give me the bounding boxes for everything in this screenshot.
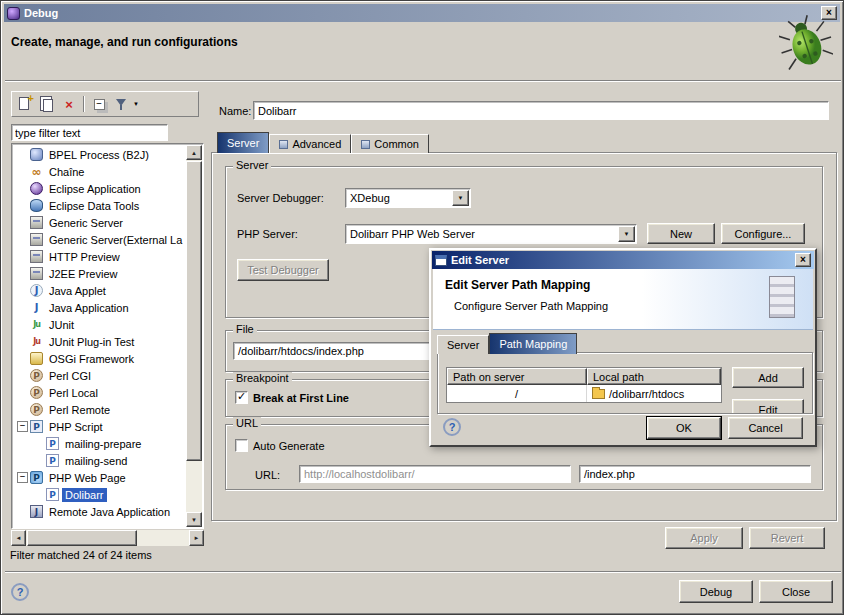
tree-item-label: Generic Server(External La: [46, 233, 185, 247]
tab-server-settings[interactable]: Server: [437, 335, 489, 354]
table-row[interactable]: / /dolibarr/htdocs: [447, 385, 721, 402]
add-mapping-button[interactable]: Add: [732, 367, 804, 388]
config-tabs: Server Advanced Common: [217, 132, 429, 153]
path-mapping-table: Path on server Local path / /dolibarr/ht…: [446, 367, 722, 403]
expander-spacer: [17, 386, 30, 399]
scroll-left-icon[interactable]: ◄: [11, 530, 26, 546]
tree-item-perl-cgi[interactable]: Perl CGI: [13, 367, 186, 384]
server-icon: [30, 250, 43, 263]
help-icon[interactable]: [11, 583, 29, 601]
tab-common[interactable]: Common: [351, 134, 429, 153]
url-path-field[interactable]: /index.php: [579, 465, 811, 483]
filter-input[interactable]: [11, 124, 168, 141]
tree-item-http-preview[interactable]: HTTP Preview: [13, 248, 186, 265]
break-at-first-line-label: Break at First Line: [253, 392, 349, 404]
test-debugger-button[interactable]: Test Debugger: [237, 259, 329, 281]
tree-item-remote-java-application[interactable]: Remote Java Application: [13, 503, 186, 520]
tab-server[interactable]: Server: [217, 132, 269, 153]
tree-item-eclipse-data-tools[interactable]: Eclipse Data Tools: [13, 197, 186, 214]
filter-dropdown-caret-icon[interactable]: [133, 101, 139, 107]
new-server-button[interactable]: New: [647, 223, 715, 244]
revert-button[interactable]: Revert: [749, 527, 825, 549]
auto-generate-checkbox[interactable]: [235, 439, 248, 452]
tree-item-generic-server-external-la[interactable]: Generic Server(External La: [13, 231, 186, 248]
tree-item-generic-server[interactable]: Generic Server: [13, 214, 186, 231]
url-base-field[interactable]: http://localhostdolibarr/: [299, 465, 571, 483]
expander-spacer: [17, 199, 30, 212]
expander-spacer: [17, 301, 30, 314]
column-header-local-path[interactable]: Local path: [587, 368, 721, 385]
modal-header: Edit Server Path Mapping Configure Serve…: [433, 269, 813, 330]
tree-item-junit-plug-in-test[interactable]: JUnit Plug-in Test: [13, 333, 186, 350]
cancel-button[interactable]: Cancel: [728, 417, 803, 439]
php-file-icon: [46, 454, 59, 467]
close-dialog-icon[interactable]: [795, 253, 811, 267]
horizontal-scroll-thumb[interactable]: [27, 530, 137, 546]
scroll-down-icon[interactable]: ▼: [186, 512, 202, 527]
tree-item-java-applet[interactable]: Java Applet: [13, 282, 186, 299]
server-debugger-combo[interactable]: XDebug: [345, 188, 471, 208]
expander-spacer: [17, 165, 30, 178]
chevron-down-icon[interactable]: [618, 226, 635, 242]
modal-title-bar[interactable]: Edit Server: [432, 251, 814, 269]
tab-advanced[interactable]: Advanced: [269, 134, 351, 153]
tree-item-mailing-prepare[interactable]: mailing-prepare: [13, 435, 186, 452]
duplicate-configuration-icon[interactable]: [39, 96, 55, 112]
tree-item-osgi-framework[interactable]: OSGi Framework: [13, 350, 186, 367]
new-configuration-icon[interactable]: [17, 96, 33, 112]
delete-configuration-icon[interactable]: [61, 96, 77, 112]
perl-icon: [30, 386, 43, 399]
filter-icon[interactable]: [113, 96, 129, 112]
tab-label: Server: [447, 339, 479, 351]
collapse-all-icon[interactable]: [91, 96, 107, 112]
tree-item-mailing-send[interactable]: mailing-send: [13, 452, 186, 469]
php-file-icon: [46, 488, 59, 501]
modal-help-icon[interactable]: [443, 418, 461, 436]
tree-item-label: mailing-send: [62, 454, 130, 468]
tree-item-perl-remote[interactable]: Perl Remote: [13, 401, 186, 418]
apply-button[interactable]: Apply: [665, 527, 743, 549]
tree-item-perl-local[interactable]: Perl Local: [13, 384, 186, 401]
breakpoint-group-label: Breakpoint: [233, 372, 292, 384]
chevron-down-icon[interactable]: [452, 190, 469, 206]
tree-item-label: Dolibarr: [62, 488, 107, 502]
collapse-expander-icon[interactable]: [17, 471, 30, 484]
filter-status: Filter matched 24 of 24 items: [10, 549, 152, 561]
java-application-icon: [30, 301, 43, 314]
scroll-right-icon[interactable]: ►: [189, 530, 204, 546]
java-applet-icon: [30, 284, 43, 297]
tree-vertical-scrollbar[interactable]: ▲ ▼: [186, 145, 202, 527]
tree-item-label: Java Applet: [46, 284, 109, 298]
column-header-path-on-server[interactable]: Path on server: [447, 368, 587, 385]
tree-horizontal-scrollbar[interactable]: ◄ ►: [11, 530, 204, 546]
scroll-up-icon[interactable]: ▲: [186, 145, 202, 160]
tree-item-php-script[interactable]: PHP Script: [13, 418, 186, 435]
title-bar[interactable]: Debug: [4, 4, 840, 22]
tree-item-dolibarr[interactable]: Dolibarr: [13, 486, 186, 503]
collapse-expander-icon[interactable]: [17, 420, 30, 433]
expander-spacer: [17, 284, 30, 297]
tree-item-bpel-process-b2j[interactable]: BPEL Process (B2J): [13, 146, 186, 163]
tree-item-eclipse-application[interactable]: Eclipse Application: [13, 180, 186, 197]
tree-item-junit[interactable]: JUnit: [13, 316, 186, 333]
modal-title: Edit Server: [451, 254, 509, 266]
debug-button[interactable]: Debug: [679, 580, 753, 603]
modal-subheading: Configure Server Path Mapping: [454, 300, 608, 312]
php-server-combo[interactable]: Dolibarr PHP Web Server: [345, 224, 637, 244]
tab-path-mapping[interactable]: Path Mapping: [489, 333, 577, 354]
break-at-first-line-checkbox[interactable]: [235, 391, 248, 404]
configure-button[interactable]: Configure...: [721, 223, 805, 244]
close-button[interactable]: Close: [759, 580, 833, 603]
tree-item-php-web-page[interactable]: PHP Web Page: [13, 469, 186, 486]
name-field[interactable]: Dolibarr: [253, 101, 829, 120]
server-graphic: [769, 276, 795, 318]
tree-item-label: Perl Local: [46, 386, 101, 400]
tree-item-java-application[interactable]: Java Application: [13, 299, 186, 316]
expander-spacer: [17, 335, 30, 348]
tree-item-j2ee-preview[interactable]: J2EE Preview: [13, 265, 186, 282]
vertical-scroll-thumb[interactable]: [186, 161, 202, 461]
tree-item-cha-ne[interactable]: Chaîne: [13, 163, 186, 180]
edit-mapping-button[interactable]: Edit: [732, 399, 804, 414]
ok-button[interactable]: OK: [647, 417, 721, 439]
expander-spacer: [17, 267, 30, 280]
